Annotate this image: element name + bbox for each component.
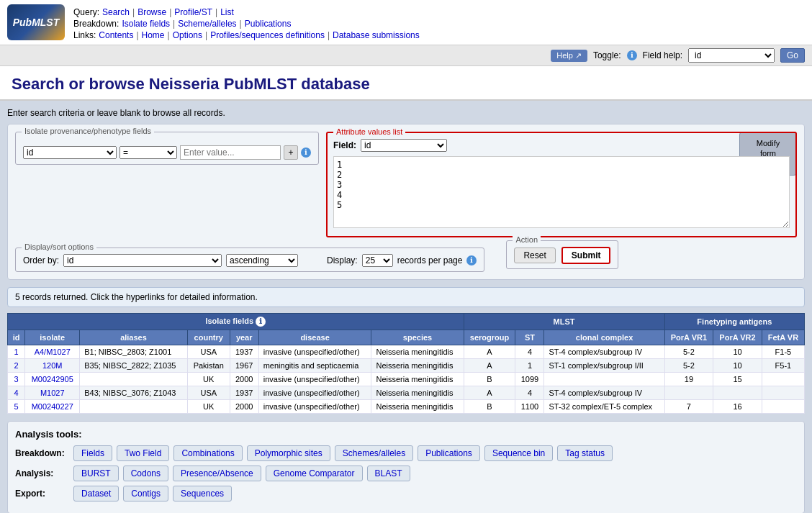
table-cell[interactable]: M00240227: [25, 400, 80, 414]
genome-comparator-button[interactable]: Genome Comparator: [266, 466, 363, 481]
query-list-link[interactable]: List: [220, 7, 234, 17]
toggle-icon[interactable]: ℹ: [627, 50, 637, 60]
criteria-row: id = + ℹ: [23, 145, 311, 160]
per-page-suffix: records per page: [397, 255, 463, 265]
table-cell[interactable]: M1027: [25, 386, 80, 400]
link-submissions[interactable]: Database submissions: [333, 30, 420, 40]
field-select[interactable]: id: [23, 146, 117, 159]
isolate-fields-legend: Isolate provenance/phenotype fields: [22, 127, 154, 135]
codons-button[interactable]: Codons: [123, 466, 168, 481]
table-row: 4M1027B43; NIBSC_3076; Z1043USA1937invas…: [8, 386, 805, 400]
link-options[interactable]: Options: [173, 30, 202, 40]
record-id-link[interactable]: 4: [14, 389, 19, 397]
record-id-link[interactable]: 2: [14, 361, 19, 370]
direction-select[interactable]: ascending descending: [226, 254, 298, 267]
col-isolate-fields: Isolate fields ℹ: [8, 314, 464, 330]
table-cell[interactable]: M00242905: [25, 373, 80, 386]
value-input[interactable]: [180, 145, 281, 160]
order-select[interactable]: id: [63, 254, 222, 267]
dataset-button[interactable]: Dataset: [73, 486, 119, 501]
polymorphic-sites-button[interactable]: Polymorphic sites: [247, 445, 330, 461]
burst-button[interactable]: BURST: [73, 466, 119, 481]
publications-button[interactable]: Publications: [418, 445, 480, 461]
combinations-button[interactable]: Combinations: [173, 445, 242, 461]
table-cell: 10: [713, 359, 762, 373]
table-cell: Pakistan: [187, 359, 230, 373]
isolate-link[interactable]: M00240227: [32, 402, 73, 411]
table-cell: [80, 400, 188, 414]
table-row: 2120MB35; NIBSC_2822; Z1035Pakistan1967m…: [8, 359, 805, 373]
link-contents[interactable]: Contents: [99, 30, 133, 40]
page-title-bar: Search or browse Neisseria PubMLST datab…: [0, 66, 812, 101]
table-cell: 1937: [230, 386, 258, 400]
tag-status-button[interactable]: Tag status: [557, 445, 613, 461]
two-field-button[interactable]: Two Field: [117, 445, 169, 461]
link-home[interactable]: Home: [142, 30, 165, 40]
sequences-button[interactable]: Sequences: [173, 486, 232, 501]
isolate-link[interactable]: M00242905: [32, 375, 73, 383]
record-id-link[interactable]: 3: [14, 375, 19, 383]
operator-select[interactable]: =: [119, 146, 177, 159]
results-info: 5 records returned. Click the hyperlinks…: [7, 287, 805, 307]
help-button[interactable]: Help ↗: [551, 50, 587, 62]
analysis-row-label: Analysis:: [15, 468, 69, 478]
sequence-bin-button[interactable]: Sequence bin: [484, 445, 553, 461]
table-cell: 5-2: [664, 359, 713, 373]
table-cell[interactable]: 2: [8, 359, 25, 373]
isolate-link[interactable]: A4/M1027: [35, 348, 71, 356]
field-help-label: Field help:: [643, 50, 682, 60]
presence-absence-button[interactable]: Presence/Absence: [173, 466, 261, 481]
table-cell: B43; NIBSC_3076; Z1043: [80, 386, 188, 400]
query-browse-link[interactable]: Browse: [137, 7, 166, 17]
fields-button[interactable]: Fields: [73, 445, 112, 461]
table-cell: invasive (unspecified/other): [258, 345, 371, 359]
th-id: id: [8, 330, 25, 345]
table-cell[interactable]: 1: [8, 345, 25, 359]
blast-button[interactable]: BLAST: [367, 466, 410, 481]
table-cell: Neisseria meningitidis: [371, 400, 464, 414]
table-cell[interactable]: 120M: [25, 359, 80, 373]
table-cell[interactable]: 5: [8, 400, 25, 414]
record-id-link[interactable]: 1: [14, 348, 19, 356]
link-profiles[interactable]: Profiles/sequences definitions: [210, 30, 325, 40]
table-cell: [762, 386, 804, 400]
table-cell: 1099: [515, 373, 544, 386]
schemes-alleles-button[interactable]: Schemes/alleles: [335, 445, 413, 461]
field-help-select[interactable]: id: [688, 48, 775, 63]
th-disease: disease: [258, 330, 371, 345]
breakdown-row: Breakdown: Fields Two Field Combinations…: [15, 445, 797, 461]
order-label: Order by:: [23, 255, 59, 265]
breakdown-isolate-link[interactable]: Isolate fields: [122, 19, 170, 29]
breakdown-scheme-link[interactable]: Scheme/alleles: [178, 19, 236, 29]
table-cell: invasive (unspecified/other): [258, 373, 371, 386]
table-cell: ST-1 complex/subgroup I/II: [544, 359, 664, 373]
contigs-button[interactable]: Contigs: [123, 486, 168, 501]
table-cell[interactable]: A4/M1027: [25, 345, 80, 359]
table-cell: A: [464, 359, 515, 373]
toggle-label: Toggle:: [593, 50, 621, 60]
search-section: Modifyformoptions Isolate provenance/phe…: [7, 124, 805, 280]
th-st: ST: [515, 330, 544, 345]
go-button[interactable]: Go: [780, 48, 805, 63]
isolate-link[interactable]: M1027: [40, 389, 65, 397]
add-criteria-button[interactable]: +: [284, 145, 298, 160]
record-id-link[interactable]: 5: [14, 402, 19, 411]
table-cell[interactable]: 3: [8, 373, 25, 386]
table-cell: 7: [664, 400, 713, 414]
attr-field-select[interactable]: id: [361, 139, 447, 152]
breakdown-publications-link[interactable]: Publications: [245, 19, 292, 29]
attr-values-textarea[interactable]: 1 2 3 4 5: [333, 156, 790, 228]
attr-field-row: Field: id: [333, 139, 790, 152]
isolate-link[interactable]: 120M: [42, 361, 63, 370]
per-page-select[interactable]: 25 50 100: [362, 254, 393, 267]
query-profilest-link[interactable]: Profile/ST: [174, 7, 212, 17]
submit-button[interactable]: Submit: [561, 247, 611, 264]
table-cell: UK: [187, 373, 230, 386]
results-table-wrap: Isolate fields ℹ MLST Finetyping antigen…: [7, 313, 805, 414]
table-cell[interactable]: 4: [8, 386, 25, 400]
table-cell: 4: [515, 345, 544, 359]
logo-text: PubMLST: [13, 17, 60, 28]
reset-button[interactable]: Reset: [514, 248, 555, 263]
query-search-link[interactable]: Search: [102, 7, 130, 17]
display-row: Display: 25 50 100 records per page ℹ: [327, 254, 477, 267]
